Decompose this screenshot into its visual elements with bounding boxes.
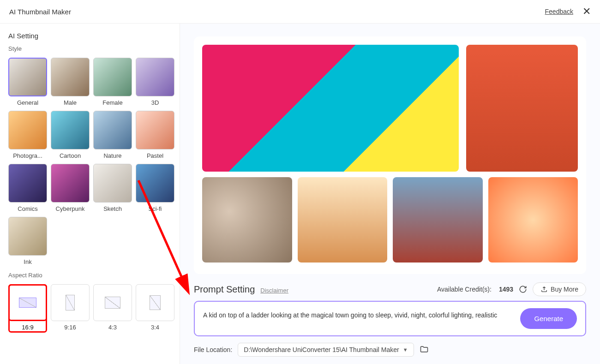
- aspect-ratio-label: Aspect Ratio: [8, 272, 171, 279]
- prompt-area: Prompt Setting Disclaimer Available Cred…: [194, 282, 586, 357]
- refresh-icon[interactable]: [519, 285, 527, 293]
- aspect-label: 16:9: [22, 324, 33, 331]
- preview-thumbnail-small-2[interactable]: [298, 177, 388, 263]
- file-location-row: File Location: D:\Wondershare UniConvert…: [194, 343, 586, 357]
- sidebar: AI Setting Style GeneralMaleFemale3DPhot…: [0, 24, 180, 364]
- aspect-ratio-grid: 16:99:164:33:4: [8, 284, 171, 333]
- aspect-item-4-3[interactable]: 4:3: [93, 284, 132, 333]
- prompt-header: Prompt Setting Disclaimer Available Cred…: [194, 282, 586, 296]
- main-panel: Prompt Setting Disclaimer Available Cred…: [180, 24, 600, 364]
- style-item-comics[interactable]: Comics: [8, 164, 47, 212]
- aspect-box: [8, 284, 47, 321]
- style-label: Male: [64, 99, 77, 106]
- style-item-male[interactable]: Male: [51, 58, 90, 106]
- aspect-label: 4:3: [108, 324, 117, 331]
- style-label: Comics: [18, 205, 37, 212]
- style-label: Female: [102, 99, 122, 106]
- style-label: Nature: [103, 152, 121, 159]
- aspect-item-9-16[interactable]: 9:16: [51, 284, 90, 333]
- preview-thumbnail-small-4[interactable]: [488, 177, 578, 263]
- aspect-shape-icon: [19, 298, 36, 308]
- style-thumbnail: [136, 58, 174, 96]
- style-thumbnail: [93, 111, 132, 149]
- prompt-box: Generate: [194, 301, 586, 336]
- folder-icon[interactable]: [420, 345, 429, 355]
- file-location-path: D:\Wondershare UniConverter 15\AI Thumbn…: [244, 346, 399, 353]
- style-label: Cyberpunk: [56, 205, 85, 212]
- style-thumbnail: [136, 111, 174, 149]
- aspect-shape-icon: [66, 295, 75, 310]
- aspect-label: 9:16: [64, 324, 76, 331]
- app-title: AI Thumbnail Maker: [9, 8, 71, 16]
- style-item-general[interactable]: General: [8, 58, 47, 106]
- aspect-shape-icon: [105, 297, 120, 309]
- preview-thumbnail-small-3[interactable]: [393, 177, 483, 263]
- prompt-input[interactable]: [203, 311, 513, 326]
- style-item-scifi[interactable]: Sci-fi: [136, 164, 174, 212]
- style-label: Style: [8, 45, 171, 52]
- style-item-3d[interactable]: 3D: [136, 58, 174, 106]
- file-location-label: File Location:: [194, 346, 232, 353]
- generate-button[interactable]: Generate: [520, 308, 577, 329]
- aspect-box: [136, 284, 174, 321]
- preview-row-bottom: [202, 177, 578, 263]
- style-thumbnail: [51, 58, 90, 96]
- aspect-box: [93, 284, 132, 321]
- buy-more-label: Buy More: [551, 286, 578, 293]
- style-grid: GeneralMaleFemale3DPhotogra...CartoonNat…: [8, 58, 171, 265]
- style-label: Pastel: [147, 152, 163, 159]
- style-thumbnail: [93, 58, 132, 96]
- style-thumbnail: [93, 164, 132, 203]
- preview-row-top: [202, 45, 578, 172]
- header-right: Feedback ✕: [545, 6, 591, 18]
- preview-thumbnail-small-1[interactable]: [202, 177, 292, 263]
- buy-more-button[interactable]: Buy More: [533, 282, 586, 296]
- style-item-nature[interactable]: Nature: [93, 111, 132, 159]
- style-label: Photogra...: [13, 152, 42, 159]
- style-item-sketch[interactable]: Sketch: [93, 164, 132, 212]
- prompt-header-left: Prompt Setting Disclaimer: [194, 284, 288, 295]
- style-thumbnail: [8, 217, 47, 256]
- credits-value: 1493: [499, 286, 513, 293]
- aspect-item-16-9[interactable]: 16:9: [8, 284, 47, 333]
- preview-thumbnail-large-1[interactable]: [202, 45, 459, 172]
- aspect-label: 3:4: [151, 324, 159, 331]
- prompt-header-right: Available Credit(s): 1493 Buy More: [437, 282, 586, 296]
- aspect-box: [51, 284, 90, 321]
- style-label: General: [17, 99, 38, 106]
- prompt-setting-title: Prompt Setting: [194, 284, 255, 295]
- file-location-select[interactable]: D:\Wondershare UniConverter 15\AI Thumbn…: [238, 343, 414, 357]
- style-label: 3D: [151, 99, 159, 106]
- style-label: Sketch: [103, 205, 122, 212]
- style-thumbnail: [51, 111, 90, 149]
- style-item-cartoon[interactable]: Cartoon: [51, 111, 90, 159]
- preview-area: [194, 36, 586, 274]
- style-thumbnail: [51, 164, 90, 203]
- disclaimer-link[interactable]: Disclaimer: [260, 287, 288, 294]
- credits-label: Available Credit(s):: [437, 286, 492, 293]
- style-item-ink[interactable]: Ink: [8, 217, 47, 265]
- style-thumbnail: [8, 58, 47, 96]
- style-thumbnail: [136, 164, 174, 203]
- upload-icon: [540, 286, 548, 293]
- style-item-cyberpunk[interactable]: Cyberpunk: [51, 164, 90, 212]
- close-icon[interactable]: ✕: [582, 6, 591, 18]
- style-thumbnail: [8, 164, 47, 203]
- style-item-photogra[interactable]: Photogra...: [8, 111, 47, 159]
- app-body: AI Setting Style GeneralMaleFemale3DPhot…: [0, 24, 600, 364]
- style-label: Ink: [24, 258, 31, 265]
- style-label: Sci-fi: [149, 205, 162, 212]
- style-thumbnail: [8, 111, 47, 149]
- style-label: Cartoon: [60, 152, 81, 159]
- aspect-item-3-4[interactable]: 3:4: [136, 284, 174, 333]
- aspect-shape-icon: [150, 295, 161, 310]
- app-header: AI Thumbnail Maker Feedback ✕: [0, 0, 600, 24]
- ai-setting-title: AI Setting: [8, 32, 171, 40]
- feedback-link[interactable]: Feedback: [545, 8, 573, 15]
- preview-thumbnail-large-2[interactable]: [466, 45, 578, 172]
- style-item-pastel[interactable]: Pastel: [136, 111, 174, 159]
- chevron-down-icon: ▼: [403, 347, 408, 352]
- style-item-female[interactable]: Female: [93, 58, 132, 106]
